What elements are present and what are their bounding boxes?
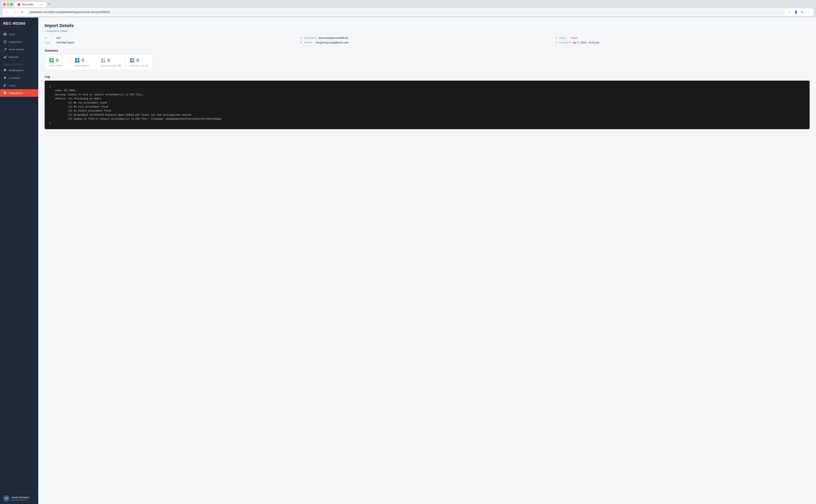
summary-card-units-updated: 0 Units Updated [70,55,96,70]
sidebar-item-reports[interactable]: Reports [0,53,38,61]
card-icon-row-created: 0 [49,58,66,63]
sidebar-item-inspections[interactable]: Inspections [0,38,38,46]
main-content: Import Details < Integration Details Id … [38,18,816,504]
card-icon-row-duplicate: 0 [129,58,148,63]
duplicate-rows-label: Duplicate rows ? [129,64,148,67]
close-window-btn[interactable] [3,3,6,6]
svg-rect-1 [5,33,6,34]
detail-col-left: Id 415 Type Unit Mail Import [45,36,300,44]
detail-col-center: ✉ Destination test-evizi(at)record360.bi… [300,36,555,44]
units-unchanged-label: Units unchanged ? [100,64,121,67]
sidebar-label-inspections: Inspections [9,40,22,43]
card-icon-row-unchanged: 0 [100,58,121,63]
url-bar[interactable] [27,10,785,15]
status-label: Status [559,36,569,39]
sidebar-label-integrations: Integrations [9,92,23,95]
detail-destination-row: ✉ Destination test-evizi(at)record360.bi… [300,36,555,39]
units-unchanged-icon [100,58,106,63]
sender-value: hongnhung.dang@evizi.com [316,41,348,44]
profile-btn[interactable]: 👤 [793,10,798,15]
summary-card-duplicate-rows: 0 Duplicate rows ? [125,55,152,70]
units-updated-label: Units Updated [74,64,92,67]
status-value: Failed [570,36,577,39]
active-tab[interactable]: Record360 ✕ [14,2,46,7]
extension-btn[interactable]: 🔧 [800,10,805,15]
summary-card-units-created: 0 Units Created [45,55,70,70]
svg-point-12 [4,84,5,85]
units-created-label: Units Created [49,64,66,67]
sidebar-logo: RECRD360 [0,18,38,29]
more-btn[interactable]: ⋮ [806,10,811,15]
puzzle-icon [3,91,7,95]
units-created-icon [49,58,54,63]
bell-icon [3,68,7,72]
sidebar-label-locations: Locations [9,76,20,79]
pin-icon [3,76,7,80]
summary-title: Summary [45,49,810,52]
detail-sender-row: ✉ Sender hongnhung.dang@evizi.com [300,41,555,44]
details-grid: Id 415 Type Unit Mail Import ✉ Destinati… [45,36,810,44]
sidebar-label-units: Units [9,33,15,36]
sidebar-item-work-orders[interactable]: Work Orders [0,46,38,53]
duplicate-rows-icon [129,58,135,63]
units-created-count: 0 [56,58,58,63]
sidebar-item-integrations[interactable]: Integrations [0,89,38,97]
card-icon-row-updated: 0 [74,58,92,63]
sidebar-user[interactable]: JP Jacob Pearlstein jpearlstein@record36… [0,493,38,504]
type-value: Unit Mail Import [56,41,74,44]
window-controls [3,2,13,7]
tab-label: Record360 [22,3,34,6]
type-label: Type [45,41,55,44]
tab-favicon [18,3,20,6]
people-icon [3,84,7,87]
tab-close-btn[interactable]: ✕ [40,3,43,6]
clipboard-icon [3,40,7,44]
breadcrumb-link[interactable]: < Integration Details [45,29,810,32]
detail-id-row: Id 415 [45,36,300,39]
destination-label: Destination [304,36,317,39]
units-unchanged-help[interactable]: ? [118,64,121,67]
minimize-window-btn[interactable] [7,3,9,6]
sidebar-item-units[interactable]: Units [0,30,38,38]
admin-section-label: ADMINISTRATION [0,61,38,66]
sidebar-item-notifications[interactable]: Notifications [0,66,38,74]
svg-rect-0 [4,33,5,34]
sidebar-item-locations[interactable]: Locations [0,74,38,82]
app-container: RECRD360 Units [0,18,816,504]
id-label: Id [45,36,55,39]
bar-chart-icon [3,55,7,59]
summary-cards: 0 Units Created [45,55,810,70]
sender-label: Sender [304,41,314,44]
created-at-label: Created At [559,41,571,44]
clock-icon: 🕐 [555,41,557,44]
logo-dot [12,23,13,24]
detail-created-row: 🕐 Created At Apr 7, 2024 - 10:41 pm [555,41,810,44]
browser-toolbar: ← → ↻ ☆ 👤 🔧 ⋮ [0,7,816,18]
user-name: Jacob Pearlstein [12,496,30,499]
tab-bar: Record360 ✕ + [14,2,807,7]
fullscreen-window-btn[interactable] [10,3,13,6]
duplicate-rows-help[interactable]: ? [145,64,148,67]
forward-btn[interactable]: → [12,10,18,14]
sidebar-item-users[interactable]: Users [0,82,38,89]
sender-email-icon: ✉ [300,41,303,44]
sidebar-nav: Units Inspections [0,29,38,493]
logo-text: RECRD360 [3,21,25,25]
user-menu-icon[interactable]: ⋮ [32,497,35,500]
detail-type-row: Type Unit Mail Import [45,41,300,44]
units-unchanged-count: 0 [107,58,110,63]
units-updated-icon [74,58,80,63]
back-btn[interactable]: ← [5,10,10,14]
sidebar-label-reports: Reports [9,56,18,59]
svg-rect-9 [4,57,4,58]
new-tab-btn[interactable]: + [47,2,52,7]
reload-btn[interactable]: ↻ [20,10,25,15]
bookmark-btn[interactable]: ☆ [787,10,792,15]
units-updated-count: 0 [82,58,84,63]
user-avatar: JP [3,495,10,502]
sidebar-label-work-orders: Work Orders [9,48,24,51]
svg-rect-2 [4,34,5,36]
user-info: Jacob Pearlstein jpearlstein@record360.c… [12,496,30,501]
duplicate-rows-count: 0 [136,58,139,63]
svg-point-13 [5,84,6,85]
